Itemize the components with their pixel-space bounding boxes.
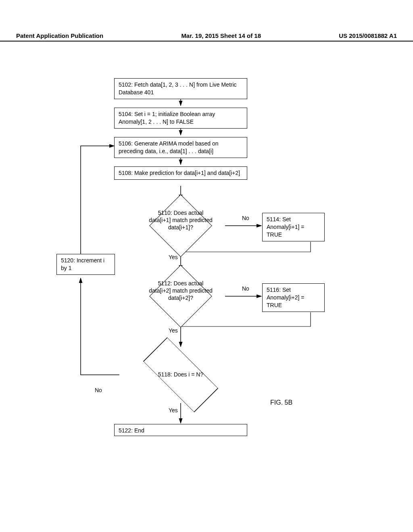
decision-5112: 5112: Does actual data[i+2] match predic… [136,270,225,322]
step-5106-text: 5106: Generate ARIMA model based on prec… [119,140,219,154]
decision-5118: 5118: Does i = N? [119,347,242,403]
step-5114: 5114: Set Anomaly[i+1] = TRUE [262,213,325,241]
label-no-5110: No [242,215,249,221]
step-5108: 5108: Make prediction for data[i+1] and … [114,166,247,180]
page-header: Patent Application Publication Mar. 19, … [0,32,413,42]
decision-5112-text: 5112: Does actual data[i+2] match predic… [148,280,213,302]
flowchart: 5102: Fetch data[1, 2, 3 . . . N] from L… [0,77,413,480]
header-center: Mar. 19, 2015 Sheet 14 of 18 [181,32,261,39]
step-5116-text: 5116: Set Anomaly[i+2] = TRUE [267,287,304,308]
step-5104-text: 5104: Set i = 1; initialize Boolean arra… [119,111,215,125]
step-5114-text: 5114: Set Anomaly[i+1] = TRUE [267,216,304,238]
step-5108-text: 5108: Make prediction for data[i+1] and … [119,170,240,176]
step-5106: 5106: Generate ARIMA model based on prec… [114,137,247,158]
step-5122: 5122: End [114,424,247,436]
header-left: Patent Application Publication [16,32,103,39]
label-no-5112: No [242,285,249,292]
step-5120: 5120: Increment i by 1 [56,254,115,275]
decision-5110-text: 5110: Does actual data[i+1] match predic… [148,209,213,231]
step-5116: 5116: Set Anomaly[i+2] = TRUE [262,283,325,312]
step-5104: 5104: Set i = 1; initialize Boolean arra… [114,108,247,129]
label-yes-5118: Yes [169,407,178,414]
decision-5110: 5110: Does actual data[i+1] match predic… [136,200,225,252]
step-5102-text: 5102: Fetch data[1, 2, 3 . . . N] from L… [119,81,237,96]
step-5102: 5102: Fetch data[1, 2, 3 . . . N] from L… [114,78,247,99]
label-yes-5110: Yes [169,254,178,260]
figure-label: FIG. 5B [270,399,292,406]
decision-5118-text: 5118: Does i = N? [144,371,217,378]
label-no-5118: No [95,387,102,393]
label-yes-5112: Yes [169,327,178,334]
header-right: US 2015/0081882 A1 [339,32,397,39]
step-5122-text: 5122: End [119,427,144,434]
step-5120-text: 5120: Increment i by 1 [61,257,104,271]
